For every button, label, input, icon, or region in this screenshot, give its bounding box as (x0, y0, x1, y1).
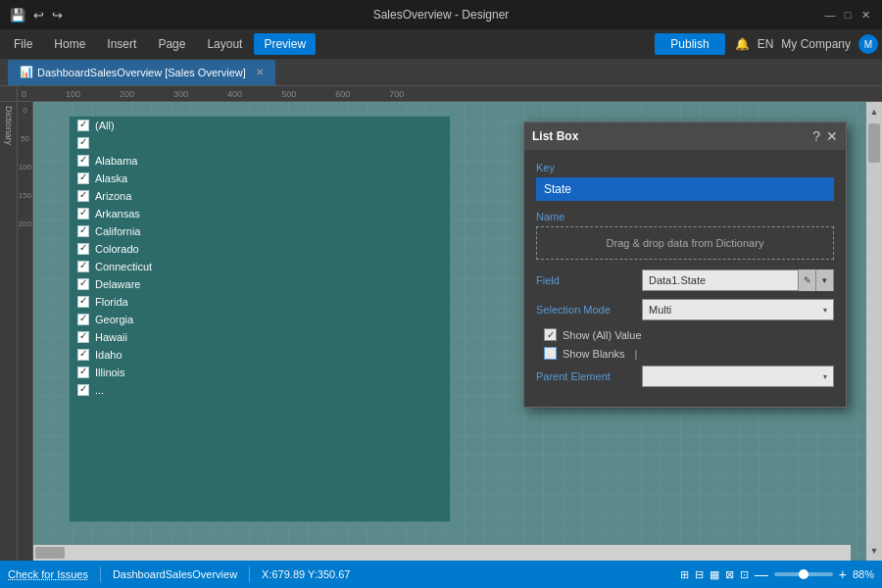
list-item[interactable]: Arizona (70, 187, 450, 205)
item-label: Illinois (95, 367, 125, 378)
check-issues-btn[interactable]: Check for Issues (8, 568, 88, 580)
user-avatar[interactable]: M (858, 34, 878, 54)
notification-icon[interactable]: 🔔 (735, 37, 750, 51)
menu-right: 🔔 EN My Company M (735, 34, 878, 54)
item-label: California (95, 225, 140, 237)
minimize-btn[interactable]: — (823, 8, 837, 22)
menu-home[interactable]: Home (44, 33, 95, 55)
list-item[interactable]: Illinois (70, 364, 450, 381)
checkbox[interactable] (77, 172, 89, 184)
zoom-in-btn[interactable]: + (839, 566, 847, 582)
list-item[interactable]: Florida (70, 293, 450, 311)
checkbox[interactable] (77, 314, 89, 325)
checkbox[interactable] (77, 349, 89, 361)
listbox-dialog: List Box ? ✕ Key State Name Drag & drop … (523, 122, 847, 408)
field-combo[interactable]: Data1.State ✎ ▾ (642, 270, 834, 291)
list-item[interactable]: Connecticut (70, 258, 450, 275)
zoom-slider[interactable] (774, 572, 833, 576)
show-blanks-label: Show Blanks (563, 348, 625, 360)
canvas-area: (All) Alabama Alaska Arizona Arkansas (33, 102, 866, 561)
menu-preview[interactable]: Preview (254, 33, 316, 55)
field-edit-btn[interactable]: ✎ (798, 270, 815, 291)
selection-mode-value: Multi (649, 304, 671, 316)
dialog-help-btn[interactable]: ? (812, 128, 820, 144)
status-icon-3[interactable]: ▦ (710, 568, 719, 581)
list-item[interactable]: ... (70, 381, 450, 399)
list-item[interactable]: Colorado (70, 240, 450, 258)
item-label: Alaska (95, 172, 127, 184)
scroll-down-btn[interactable]: ▼ (866, 541, 882, 561)
checkbox[interactable] (77, 296, 89, 308)
v-scroll-thumb[interactable] (868, 123, 880, 163)
list-item[interactable]: Hawaii (70, 328, 450, 346)
menu-page[interactable]: Page (148, 33, 195, 55)
dictionary-label[interactable]: Dictionary (4, 106, 14, 145)
tab-bar: 📊 DashboardSalesOverview [Sales Overview… (0, 59, 882, 86)
dialog-title-bar: List Box ? ✕ (524, 122, 846, 150)
list-item[interactable]: Idaho (70, 346, 450, 364)
checkbox[interactable] (77, 243, 89, 255)
h-scroll-thumb[interactable] (35, 547, 65, 559)
list-item[interactable]: Georgia (70, 311, 450, 328)
scroll-up-btn[interactable]: ▲ (866, 102, 882, 122)
checkbox-all[interactable] (77, 120, 89, 131)
vertical-scrollbar[interactable]: ▲ ▼ (866, 102, 882, 561)
dialog-close-btn[interactable]: ✕ (826, 128, 838, 144)
field-dropdown-btn[interactable]: ▾ (815, 270, 833, 291)
horizontal-scrollbar[interactable] (33, 545, 851, 561)
list-item[interactable]: Delaware (70, 275, 450, 293)
field-combo-text: Data1.State (643, 274, 798, 286)
checkbox-blank[interactable] (77, 137, 89, 149)
zoom-out-btn[interactable]: — (755, 566, 768, 582)
language-selector[interactable]: EN (758, 37, 774, 51)
show-all-checkbox[interactable] (544, 328, 557, 341)
show-blanks-checkbox[interactable] (544, 347, 557, 360)
item-label: Connecticut (95, 261, 152, 272)
tab-icon: 📊 (20, 66, 33, 78)
maximize-btn[interactable]: □ (841, 8, 855, 22)
menu-layout[interactable]: Layout (197, 33, 252, 55)
menu-insert[interactable]: Insert (97, 33, 146, 55)
status-icon-4[interactable]: ⊠ (725, 568, 734, 581)
status-icon-2[interactable]: ⊟ (695, 568, 704, 581)
drag-drop-text: Drag & drop data from Dictionary (607, 237, 764, 249)
item-label: ... (95, 384, 104, 396)
list-item[interactable]: Arkansas (70, 205, 450, 222)
drag-drop-area[interactable]: Drag & drop data from Dictionary (536, 226, 834, 260)
key-value[interactable]: State (536, 177, 834, 201)
checkbox[interactable] (77, 278, 89, 290)
checkbox[interactable] (77, 331, 89, 343)
scroll-track[interactable] (866, 122, 882, 541)
status-icon-5[interactable]: ⊡ (740, 568, 749, 581)
menu-file[interactable]: File (4, 33, 42, 55)
cursor-indicator: | (635, 348, 638, 360)
save-icon[interactable]: 💾 (10, 8, 25, 23)
list-item[interactable]: Alaska (70, 170, 450, 187)
ruler-horizontal: 0100200300400500600700 (0, 86, 882, 102)
selection-mode-select[interactable]: Multi ▾ (642, 299, 834, 320)
list-item[interactable]: Alabama (70, 152, 450, 170)
checkbox[interactable] (77, 208, 89, 220)
ruler-vertical: 050100150200 (18, 102, 33, 561)
name-field-group: Name Drag & drop data from Dictionary (536, 211, 834, 260)
field-label: Field (536, 274, 634, 286)
dialog-title: List Box (532, 129, 578, 143)
item-label: (All) (95, 120, 115, 131)
status-icon-1[interactable]: ⊞ (680, 568, 689, 581)
list-item[interactable]: California (70, 222, 450, 240)
redo-icon[interactable]: ↪ (52, 8, 63, 23)
checkbox[interactable] (77, 367, 89, 378)
list-item[interactable] (70, 134, 450, 152)
checkbox[interactable] (77, 155, 89, 167)
list-item[interactable]: (All) (70, 117, 450, 134)
parent-element-select[interactable]: ▾ (642, 366, 834, 387)
publish-button[interactable]: Publish (655, 33, 724, 55)
checkbox[interactable] (77, 384, 89, 396)
tab-close-icon[interactable]: ✕ (256, 67, 264, 77)
dashboard-tab[interactable]: 📊 DashboardSalesOverview [Sales Overview… (8, 60, 275, 85)
checkbox[interactable] (77, 261, 89, 272)
checkbox[interactable] (77, 190, 89, 202)
undo-icon[interactable]: ↩ (33, 8, 44, 23)
close-btn[interactable]: ✕ (858, 8, 872, 22)
checkbox[interactable] (77, 225, 89, 237)
